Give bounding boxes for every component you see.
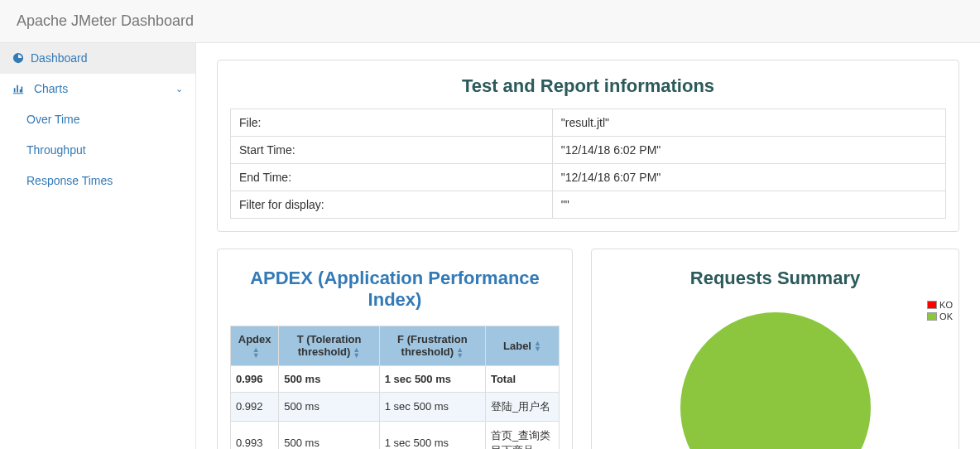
sidebar-item-label: Over Time (26, 113, 80, 126)
cell-toleration: 500 ms (279, 421, 379, 449)
sidebar-item-throughput[interactable]: Throughput (25, 135, 195, 166)
table-row: End Time: "12/14/18 6:07 PM" (231, 164, 946, 191)
test-info-panel: Test and Report informations File: "resu… (217, 60, 959, 232)
info-table: File: "result.jtl" Start Time: "12/14/18… (230, 109, 946, 219)
cell-frustration: 1 sec 500 ms (379, 392, 485, 421)
sort-icon: ▲▼ (534, 340, 541, 352)
column-header-frustration[interactable]: F (Frustration threshold)▲▼ (379, 326, 485, 366)
cell-apdex: 0.992 (231, 392, 279, 421)
table-row: File: "result.jtl" (231, 109, 946, 137)
cell-label: 登陆_用户名 (485, 392, 559, 421)
navbar-title: Apache JMeter Dashboard (17, 12, 194, 29)
sidebar-item-label: Response Times (26, 174, 113, 187)
panel-title: APDEX (Application Performance Index) (218, 249, 572, 326)
table-row: 0.992 500 ms 1 sec 500 ms 登陆_用户名 (231, 392, 560, 421)
cell-label: 首页_查询类目下商品 (485, 421, 559, 449)
sidebar-item-response-times[interactable]: Response Times (25, 166, 195, 196)
bar-chart-icon (12, 82, 24, 95)
info-value: "12/14/18 6:07 PM" (552, 164, 945, 191)
table-row: 0.996 500 ms 1 sec 500 ms Total (231, 365, 560, 392)
sidebar-item-label: Charts (34, 82, 68, 95)
sort-icon: ▲▼ (353, 347, 360, 359)
panel-title: Test and Report informations (218, 60, 958, 109)
table-row: 0.993 500 ms 1 sec 500 ms 首页_查询类目下商品 (231, 421, 560, 449)
pie-slice-ok: OK (680, 312, 871, 449)
info-label: End Time: (231, 164, 553, 191)
apdex-panel: APDEX (Application Performance Index) Ap… (217, 249, 573, 449)
cell-frustration: 1 sec 500 ms (379, 365, 485, 392)
table-row: Filter for display: "" (231, 191, 946, 219)
pie-chart: OK (592, 304, 958, 449)
info-label: Start Time: (231, 137, 553, 164)
info-value: "12/14/18 6:02 PM" (552, 137, 945, 164)
sidebar-item-label: Dashboard (31, 51, 88, 65)
sidebar-item-label: Throughput (26, 143, 86, 157)
main-content: Test and Report informations File: "resu… (196, 43, 980, 449)
requests-summary-panel: Requests Summary KO OK OK (591, 249, 959, 449)
sidebar-item-dashboard[interactable]: Dashboard (0, 43, 195, 74)
cell-toleration: 500 ms (279, 365, 379, 392)
sort-icon: ▲▼ (252, 347, 260, 359)
chevron-down-icon: ⌄ (175, 84, 183, 94)
table-row: Start Time: "12/14/18 6:02 PM" (231, 137, 946, 164)
sidebar-item-over-time[interactable]: Over Time (25, 104, 195, 135)
cell-apdex: 0.996 (231, 365, 279, 392)
dashboard-icon (12, 51, 24, 65)
info-value: "" (552, 191, 945, 219)
info-value: "result.jtl" (552, 109, 945, 137)
cell-frustration: 1 sec 500 ms (379, 421, 485, 449)
apdex-table: Apdex▲▼ T (Toleration threshold)▲▼ F (Fr… (230, 326, 560, 449)
sidebar-submenu-charts: Over Time Throughput Response Times (0, 104, 195, 196)
navbar: Apache JMeter Dashboard (0, 0, 980, 43)
sidebar-item-charts[interactable]: Charts ⌄ (0, 74, 195, 104)
sort-icon: ▲▼ (456, 347, 464, 359)
cell-label: Total (485, 365, 559, 392)
column-header-toleration[interactable]: T (Toleration threshold)▲▼ (279, 326, 379, 366)
sidebar: Dashboard Charts ⌄ Over Time Throughput … (0, 43, 196, 449)
panel-title: Requests Summary (592, 249, 958, 304)
cell-apdex: 0.993 (231, 421, 279, 449)
column-header-apdex[interactable]: Apdex▲▼ (231, 326, 279, 366)
cell-toleration: 500 ms (279, 392, 379, 421)
info-label: Filter for display: (231, 191, 553, 219)
column-header-label[interactable]: Label▲▼ (485, 326, 559, 366)
info-label: File: (231, 109, 553, 137)
